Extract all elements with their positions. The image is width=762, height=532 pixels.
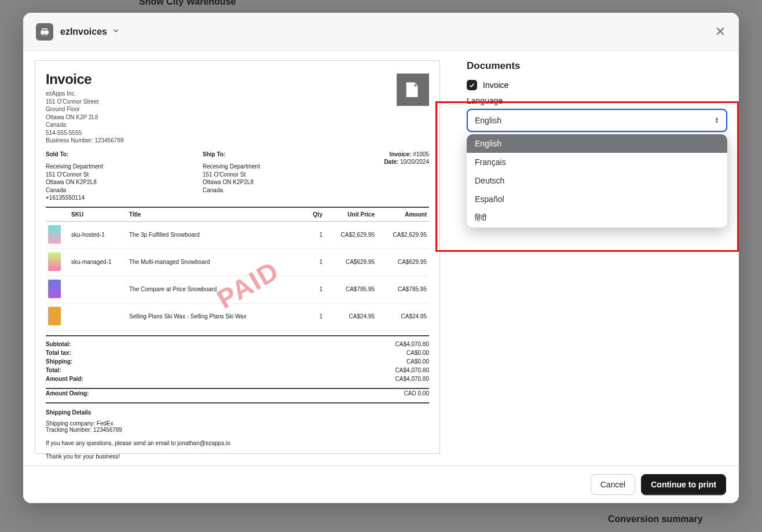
- sold-to-l3: Ottawa ON K2P2L8: [46, 178, 203, 186]
- table-row: Selling Plans Ski Wax - Selling Plans Sk…: [46, 303, 429, 330]
- item-thumb: [48, 280, 61, 298]
- paid-label: Amount Paid:: [46, 376, 83, 382]
- col-sku: SKU: [69, 208, 127, 222]
- invoice-note2: Thank you for your business!: [46, 453, 429, 460]
- chevron-down-icon[interactable]: [112, 27, 120, 37]
- item-qty: 1: [296, 276, 325, 303]
- item-qty: 1: [296, 221, 325, 248]
- shipping-details: Shipping Details Shipping company: FedEx…: [46, 409, 429, 433]
- tax-value: CA$0.00: [406, 350, 429, 356]
- language-option[interactable]: Français: [467, 153, 727, 171]
- item-amount: CA$2,629.95: [377, 221, 429, 248]
- item-sku: [69, 276, 127, 303]
- company-city: Ottawa ON K2P 2L8: [46, 113, 429, 122]
- language-dropdown[interactable]: EnglishFrançaisDeutschEspañolहिंदी: [467, 134, 727, 228]
- sold-to-label: Sold To:: [46, 151, 68, 157]
- paid-value: CA$4,070.80: [395, 376, 429, 382]
- tax-label: Total tax:: [46, 350, 71, 356]
- invoice-no: #1005: [413, 151, 429, 157]
- language-option[interactable]: हिंदी: [467, 208, 727, 228]
- ship-to-l1: Receiving Department: [203, 163, 360, 171]
- close-icon[interactable]: [715, 25, 726, 39]
- col-qty: Qty: [296, 208, 325, 222]
- app-icon: [36, 23, 53, 41]
- company-phone: 514-555-5555: [46, 129, 429, 137]
- company-biznum: Business Number: 123456789: [46, 137, 429, 145]
- divider: [46, 335, 429, 336]
- ship-to-l2: 151 O'Connor St: [203, 171, 360, 179]
- col-amount: Amount: [377, 208, 429, 222]
- company-name: ezApps Inc.: [46, 90, 429, 98]
- sold-to-l5: +16135550114: [46, 194, 203, 202]
- invoice-preview-pane: Invoice ezApps Inc. 151 O'Connor Street …: [23, 51, 457, 465]
- app-title[interactable]: ezInvoices: [60, 27, 107, 37]
- item-sku: [69, 303, 127, 330]
- subtotal-label: Subtotal:: [46, 341, 71, 347]
- item-unit: CA$2,629.95: [325, 221, 377, 248]
- language-select[interactable]: English ▲▼: [467, 109, 727, 132]
- item-sku: sku-hosted-1: [69, 221, 127, 248]
- item-unit: CA$24.95: [325, 303, 377, 330]
- select-updown-icon: ▲▼: [715, 117, 719, 124]
- item-unit: CA$785.95: [325, 276, 377, 303]
- table-row: sku-hosted-1The 3p Fulfilled Snowboard1C…: [46, 221, 429, 248]
- print-modal: ezInvoices Invoice ezApps Inc. 151 O'Con…: [23, 13, 739, 503]
- item-title: Selling Plans Ski Wax - Selling Plans Sk…: [127, 303, 296, 330]
- cancel-button[interactable]: Cancel: [591, 474, 636, 495]
- company-addr2: Ground Floor: [46, 105, 429, 113]
- shipping-value: CA$0.00: [406, 358, 429, 365]
- owing-label: Amount Owing:: [46, 390, 89, 397]
- language-option[interactable]: Deutsch: [467, 171, 727, 190]
- item-sku: sku-managed-1: [69, 248, 127, 276]
- invoice-note1: If you have any questions, please send a…: [46, 440, 429, 446]
- invoice-checkbox-row[interactable]: Invoice: [467, 80, 727, 90]
- invoice-page: Invoice ezApps Inc. 151 O'Connor Street …: [35, 60, 440, 454]
- invoice-date-label: Date:: [384, 159, 398, 165]
- invoice-meta: Invoice: #1005 Date: 10/20/2024: [360, 151, 429, 202]
- sold-to-l2: 151 O'Connor St: [46, 171, 203, 179]
- company-block: ezApps Inc. 151 O'Connor Street Ground F…: [46, 90, 429, 145]
- company-addr1: 151 O'Connor Street: [46, 98, 429, 106]
- company-country: Canada: [46, 121, 429, 129]
- item-qty: 1: [296, 248, 325, 276]
- item-thumb: [48, 252, 61, 271]
- shipping-company: Shipping company: FedEx: [46, 420, 429, 427]
- line-items-table: SKU Title Qty Unit Price Amount sku-host…: [46, 208, 429, 331]
- item-title: The Multi-managed Snowboard: [127, 248, 296, 276]
- invoice-checkbox-label: Invoice: [483, 80, 508, 90]
- shipping-label: Shipping:: [46, 358, 72, 365]
- shipping-details-heading: Shipping Details: [46, 409, 91, 416]
- owing-value: CAD 0.00: [404, 390, 429, 397]
- invoice-date: 10/20/2024: [400, 159, 429, 165]
- continue-button[interactable]: Continue to print: [641, 474, 726, 495]
- item-unit: CA$629.95: [325, 248, 377, 276]
- total-label: Total:: [46, 367, 61, 373]
- ship-to-block: Ship To: Receiving Department 151 O'Conn…: [203, 151, 360, 202]
- totals-block: Subtotal:CA$4,070.80 Total tax:CA$0.00 S…: [46, 340, 429, 403]
- language-selected-value: English: [475, 116, 501, 125]
- item-amount: CA$629.95: [377, 248, 429, 276]
- ship-to-label: Ship To:: [203, 151, 225, 157]
- item-qty: 1: [296, 303, 325, 330]
- total-value: CA$4,070.80: [395, 367, 429, 373]
- item-thumb: [48, 225, 61, 244]
- table-row: sku-managed-1The Multi-managed Snowboard…: [46, 248, 429, 276]
- sold-to-l1: Receiving Department: [46, 163, 203, 171]
- sold-to-l4: Canada: [46, 186, 203, 195]
- invoice-checkbox[interactable]: [467, 80, 477, 90]
- col-unit: Unit Price: [325, 208, 377, 222]
- divider: [46, 402, 429, 403]
- modal-footer: Cancel Continue to print: [23, 465, 739, 503]
- language-label: Language: [467, 96, 727, 105]
- language-option[interactable]: Español: [467, 190, 727, 208]
- modal-header: ezInvoices: [23, 13, 739, 51]
- invoice-logo-icon: [397, 74, 429, 106]
- tracking-number: Tracking Number: 123456789: [46, 427, 429, 433]
- language-option[interactable]: English: [467, 134, 727, 153]
- col-title: Title: [127, 208, 296, 222]
- item-amount: CA$785.95: [377, 276, 429, 303]
- documents-heading: Documents: [467, 60, 727, 72]
- item-thumb: [48, 307, 61, 325]
- subtotal-value: CA$4,070.80: [395, 341, 429, 347]
- item-amount: CA$24.95: [377, 303, 429, 330]
